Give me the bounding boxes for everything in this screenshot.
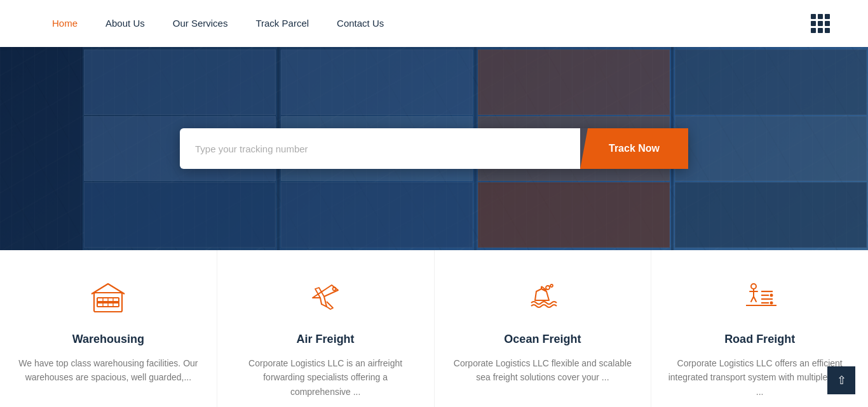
nav-services[interactable]: Our Services (159, 0, 242, 47)
nav-home[interactable]: Home (38, 0, 92, 47)
svg-point-9 (546, 286, 550, 290)
service-card-air-freight: Air Freight Corporate Logistics LLC is a… (217, 250, 435, 407)
service-card-warehousing: Warehousing We have top class warehousin… (0, 250, 217, 407)
navbar: Home About Us Our Services Track Parcel … (0, 0, 868, 47)
nav-links: Home About Us Our Services Track Parcel … (38, 0, 398, 47)
svg-point-17 (770, 302, 773, 305)
road-freight-desc: Corporate Logistics LLC offers an effici… (667, 356, 853, 399)
warehousing-title: Warehousing (72, 333, 144, 346)
warehousing-desc: We have top class warehousing facilities… (15, 356, 201, 399)
svg-point-11 (751, 284, 756, 289)
scroll-top-button[interactable]: ⇧ (827, 366, 855, 394)
svg-point-16 (770, 294, 773, 297)
track-now-button[interactable]: Track Now (580, 128, 688, 169)
hero-section: Track Now (0, 47, 868, 250)
grid-menu-icon[interactable] (811, 14, 830, 33)
services-section: Warehousing We have top class warehousin… (0, 250, 868, 407)
ocean-freight-title: Ocean Freight (504, 333, 581, 346)
warehousing-icon (86, 276, 130, 320)
road-freight-title: Road Freight (724, 333, 795, 346)
road-freight-icon (738, 276, 782, 320)
air-freight-icon (303, 276, 348, 320)
ocean-freight-desc: Corporate Logistics LLC flexible and sca… (450, 356, 636, 399)
svg-point-8 (333, 288, 336, 291)
air-freight-title: Air Freight (297, 333, 355, 346)
tracking-input[interactable] (180, 128, 580, 169)
nav-contact[interactable]: Contact Us (323, 0, 398, 47)
svg-point-10 (550, 284, 553, 287)
service-card-ocean-freight: Ocean Freight Corporate Logistics LLC fl… (435, 250, 652, 407)
nav-about[interactable]: About Us (92, 0, 159, 47)
air-freight-desc: Corporate Logistics LLC is an airfreight… (233, 356, 419, 399)
search-wrapper: Track Now (180, 128, 688, 169)
nav-track-parcel[interactable]: Track Parcel (241, 0, 323, 47)
ocean-freight-icon (520, 276, 565, 320)
